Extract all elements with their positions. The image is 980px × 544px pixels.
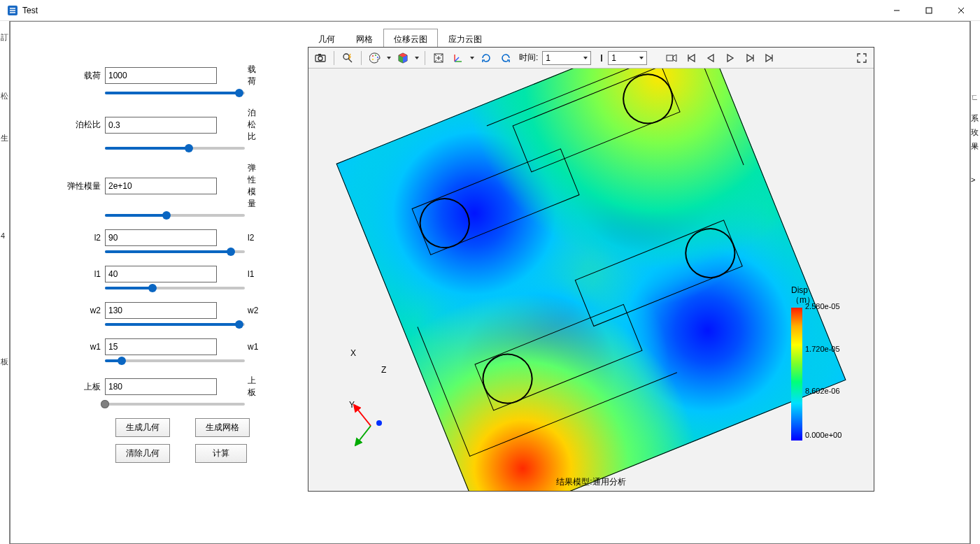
param-label-left: w2	[66, 306, 105, 315]
left-num: 4	[1, 231, 5, 241]
param-input-4[interactable]	[105, 266, 217, 282]
legend-tick: 1.720e-05	[805, 345, 840, 353]
generate-geom-button[interactable]: 生成几何	[115, 418, 170, 437]
legend-tick: 2.580e-05	[805, 302, 840, 310]
axis-z-label: Z	[381, 365, 439, 422]
time-select-2[interactable]: 1	[608, 51, 647, 65]
param-label-left: 载荷	[66, 70, 105, 82]
play-icon[interactable]	[721, 50, 739, 66]
result-canvas[interactable]: X Y Z 结果模型:通用分析 Disp （m） 2.580e-051.720e…	[308, 69, 874, 491]
param-label-right: 泊松比	[217, 107, 259, 143]
param-label-left: 弹性模量	[66, 180, 105, 192]
legend-tick: 0.000e+00	[805, 431, 841, 439]
param-input-5[interactable]	[105, 302, 217, 319]
param-label-left: l2	[66, 233, 105, 243]
param-input-7[interactable]	[105, 378, 217, 395]
skip-end-icon[interactable]	[760, 50, 779, 66]
param-label-right: 弹性模量	[217, 162, 259, 210]
param-label-right: l2	[217, 233, 259, 243]
parameter-panel: 载荷 载荷泊松比 泊松比弹性模量 弹性模量l2 l2l1 l1w2 w2w1 w…	[66, 64, 290, 463]
compute-button[interactable]: 计算	[195, 444, 247, 463]
param-input-0[interactable]	[105, 67, 217, 84]
param-slider-2[interactable]	[105, 214, 245, 217]
param-label-right: w2	[217, 306, 259, 315]
param-label-right: 载荷	[217, 64, 259, 87]
svg-point-9	[372, 59, 374, 60]
param-label-left: 泊松比	[66, 119, 105, 131]
result-model-label: 结果模型:通用分析	[556, 476, 625, 488]
record-icon[interactable]	[662, 50, 681, 66]
param-input-2[interactable]	[105, 178, 217, 194]
rotate-cw-icon[interactable]	[477, 50, 495, 66]
svg-point-7	[375, 55, 376, 56]
svg-point-8	[377, 57, 378, 58]
palette-dropdown[interactable]	[385, 57, 392, 59]
step-right-icon[interactable]	[592, 50, 606, 66]
param-slider-0[interactable]	[105, 92, 245, 94]
legend-tick: 8.602e-06	[805, 387, 840, 395]
left-docked-panel: 訂 松 生 4 板	[0, 21, 10, 544]
app-icon	[7, 5, 18, 16]
step-fwd-icon[interactable]	[741, 50, 759, 66]
viewer-toolbar: 时间: 1 1	[308, 48, 874, 69]
cube-dropdown[interactable]	[413, 57, 420, 59]
param-label-right: 上板	[217, 375, 259, 399]
viewer: 时间: 1 1	[308, 47, 874, 492]
param-label-right: l1	[217, 269, 259, 279]
clear-geom-button[interactable]: 清除几何	[115, 444, 170, 463]
svg-point-3	[318, 56, 322, 60]
legend-title-1: Disp	[791, 285, 861, 295]
svg-rect-12	[667, 55, 673, 61]
contour-plate	[336, 69, 846, 491]
window-title: Test	[22, 6, 38, 15]
param-label-right: w1	[217, 342, 259, 352]
camera-icon[interactable]	[311, 50, 329, 66]
main-panel: 载荷 载荷泊松比 泊松比弹性模量 弹性模量l2 l2l1 l1w2 w2w1 w…	[10, 21, 970, 544]
generate-mesh-button[interactable]: 生成网格	[195, 418, 250, 437]
minimize-button[interactable]	[881, 0, 913, 21]
fullscreen-icon[interactable]	[853, 50, 871, 66]
right-docked-panel: ㄈ 系 玫 果 >	[970, 21, 980, 544]
step-back-icon[interactable]	[702, 50, 720, 66]
time-label: 时间:	[519, 52, 538, 64]
time-select-1[interactable]: 1	[542, 51, 591, 65]
param-slider-7[interactable]	[105, 403, 245, 406]
param-slider-3[interactable]	[105, 250, 245, 253]
svg-point-6	[372, 55, 374, 57]
legend-bar	[791, 308, 802, 441]
param-input-1[interactable]	[105, 117, 217, 134]
param-slider-5[interactable]	[105, 323, 245, 326]
skip-start-icon[interactable]	[682, 50, 700, 66]
param-label-left: w1	[66, 342, 105, 352]
axes-icon[interactable]	[449, 50, 467, 66]
svg-rect-4	[318, 54, 321, 55]
close-button[interactable]	[945, 0, 977, 21]
cube-color-icon[interactable]	[394, 50, 412, 66]
rotate-ccw-icon[interactable]	[497, 50, 515, 66]
palette-icon[interactable]	[366, 50, 384, 66]
param-slider-4[interactable]	[105, 287, 245, 289]
svg-point-5	[343, 54, 349, 59]
param-slider-6[interactable]	[105, 359, 245, 362]
axes-dropdown[interactable]	[469, 57, 476, 59]
color-legend: Disp （m） 2.580e-051.720e-058.602e-060.00…	[791, 285, 861, 441]
param-label-left: l1	[66, 269, 105, 279]
param-label-left: 上板	[66, 381, 105, 393]
param-input-3[interactable]	[105, 229, 217, 246]
zoom-lightning-icon[interactable]	[339, 50, 357, 66]
svg-rect-1	[926, 8, 932, 13]
maximize-button[interactable]	[913, 0, 945, 21]
titlebar: Test	[0, 0, 980, 21]
param-slider-1[interactable]	[105, 147, 245, 150]
param-input-6[interactable]	[105, 338, 217, 355]
svg-rect-11	[601, 55, 602, 62]
fit-view-icon[interactable]	[429, 50, 448, 66]
